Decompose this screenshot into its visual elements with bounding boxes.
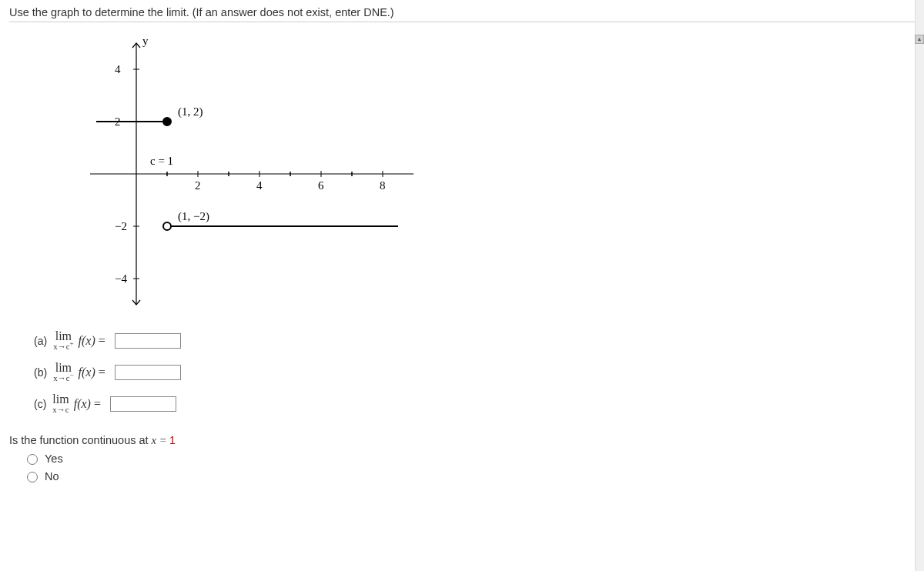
- divider: [9, 22, 915, 22]
- continuity-no-radio[interactable]: [27, 472, 38, 483]
- limit-a-fx: f(x): [79, 334, 95, 348]
- svg-text:−2: −2: [115, 220, 127, 232]
- answer-c-input[interactable]: [110, 396, 176, 412]
- svg-text:6: 6: [318, 179, 324, 192]
- svg-text:c = 1: c = 1: [150, 155, 173, 167]
- limit-c-sub: x→c: [52, 406, 69, 414]
- svg-text:8: 8: [380, 179, 386, 192]
- limit-c-lim: lim: [52, 393, 69, 406]
- limit-c-fx: f(x): [74, 397, 91, 411]
- svg-text:(1, −2): (1, −2): [178, 210, 209, 223]
- question-c-label: (c): [34, 398, 46, 410]
- continuity-prompt: Is the function continuous at x = 1: [9, 434, 915, 447]
- answer-b-input[interactable]: [115, 365, 181, 380]
- question-b-label: (b): [34, 366, 47, 379]
- limit-b: lim x→c− f(x) =: [53, 362, 109, 382]
- svg-text:y: y: [142, 35, 149, 47]
- graph: yx2468−4−224c = 1(1, 2)(1, −2): [79, 32, 915, 316]
- question-b: (b) lim x→c− f(x) =: [34, 362, 915, 382]
- question-prompt: Use the graph to determine the limit. (I…: [9, 6, 915, 18]
- svg-text:−4: −4: [115, 272, 127, 285]
- svg-point-33: [163, 118, 171, 125]
- svg-text:4: 4: [115, 63, 121, 75]
- question-a-label: (a): [34, 335, 47, 347]
- equals-c: =: [94, 397, 101, 411]
- continuity-yes-radio[interactable]: [27, 454, 38, 465]
- continuity-yes-label: Yes: [45, 452, 63, 465]
- svg-text:4: 4: [256, 179, 263, 192]
- limit-a: lim x→c+ f(x) =: [53, 330, 109, 351]
- question-a: (a) lim x→c+ f(x) =: [34, 330, 915, 351]
- continuity-yes-row[interactable]: Yes: [23, 452, 915, 465]
- question-c: (c) lim x→c f(x) =: [34, 393, 915, 414]
- continuity-question: Is the function continuous at x = 1 Yes …: [9, 434, 915, 483]
- continuity-no-row[interactable]: No: [23, 469, 915, 483]
- answer-a-input[interactable]: [115, 333, 181, 349]
- scroll-up-icon[interactable]: ▴: [915, 35, 924, 44]
- svg-text:(1, 2): (1, 2): [178, 105, 203, 119]
- limit-a-sub: x→c+: [53, 342, 73, 351]
- scrollbar-track[interactable]: [915, 0, 924, 493]
- equals-a: =: [99, 334, 105, 348]
- graph-svg: yx2468−4−224c = 1(1, 2)(1, −2): [79, 32, 417, 316]
- equals-b: =: [99, 366, 105, 379]
- limit-c: lim x→c f(x) =: [52, 393, 104, 414]
- continuity-no-label: No: [45, 470, 59, 483]
- limit-b-sub: x→c−: [53, 374, 73, 382]
- limit-b-fx: f(x): [79, 366, 95, 379]
- svg-point-34: [163, 222, 171, 230]
- svg-text:2: 2: [195, 179, 201, 192]
